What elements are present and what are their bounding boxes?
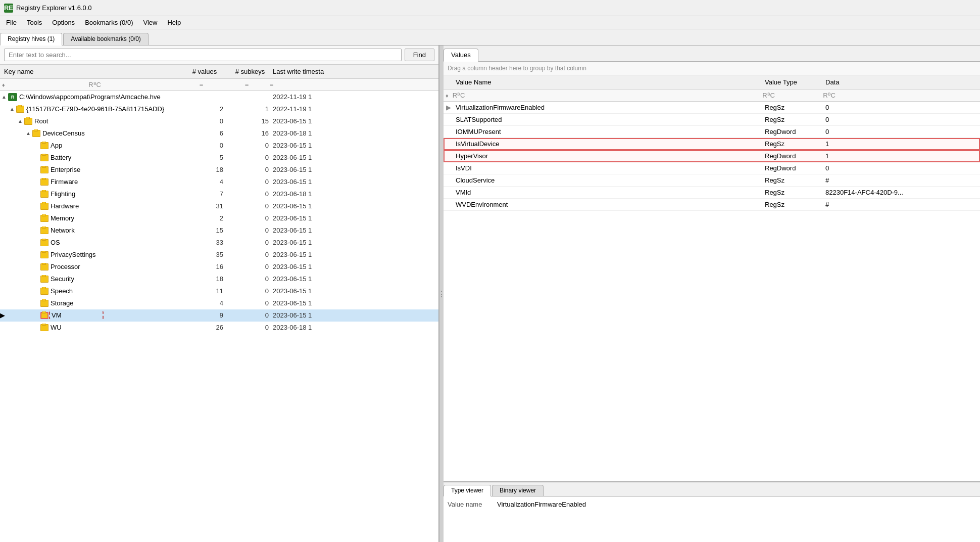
bottom-panel: Type viewer Binary viewer Value name Vir… xyxy=(444,481,980,542)
val-data: 0 xyxy=(825,164,980,172)
menu-view[interactable]: View xyxy=(139,18,162,27)
row-subkeys: 0 xyxy=(227,324,273,331)
app-icon-text: RE xyxy=(4,4,13,12)
row-timestamp: 2022-11-19 1 xyxy=(273,93,438,101)
resize-handle[interactable] xyxy=(439,46,444,542)
menu-options[interactable]: Options xyxy=(48,18,79,27)
tree-row[interactable]: Enterprise 18 0 2023-06-15 1 xyxy=(0,164,438,176)
val-row[interactable]: CloudService RegSz # xyxy=(444,174,980,187)
expand-icon: ▲ xyxy=(8,106,16,112)
col-key-name: Key name xyxy=(0,68,182,75)
menu-bookmarks[interactable]: Bookmarks (0/0) xyxy=(81,18,137,27)
tab-available-bookmarks[interactable]: Available bookmarks (0/0) xyxy=(63,33,149,45)
right-tabs: Values xyxy=(444,46,980,62)
tree-row-vm[interactable]: ▶ VM 9 0 2023-06-15 1 xyxy=(0,309,438,322)
tab-values[interactable]: Values xyxy=(444,49,478,62)
menu-help[interactable]: Help xyxy=(163,18,185,27)
row-timestamp: 2023-06-18 1 xyxy=(273,129,438,137)
tree-row[interactable]: WU 26 0 2023-06-18 1 xyxy=(0,322,438,334)
val-type: RegDword xyxy=(765,128,825,136)
folder-icon xyxy=(32,130,40,137)
folder-icon xyxy=(40,178,48,186)
row-timestamp: 2023-06-15 1 xyxy=(273,142,438,149)
tree-row[interactable]: Flighting 7 0 2023-06-18 1 xyxy=(0,188,438,200)
val-type: RegSz xyxy=(765,116,825,123)
tree-row[interactable]: App 0 0 2023-06-15 1 xyxy=(0,140,438,152)
folder-icon xyxy=(40,263,48,270)
tab-binary-viewer[interactable]: Binary viewer xyxy=(492,485,544,496)
menu-file[interactable]: File xyxy=(2,18,21,27)
tree-row[interactable]: PrivacySettings 35 0 2023-06-15 1 xyxy=(0,249,438,261)
filter-pin-icon: ♦ xyxy=(446,93,449,99)
tab-type-viewer[interactable]: Type viewer xyxy=(444,485,491,496)
expand-icon: ▲ xyxy=(16,118,24,124)
val-type: RegSz xyxy=(765,189,825,196)
tree-row[interactable]: Security 18 0 2023-06-15 1 xyxy=(0,273,438,285)
tree-row[interactable]: Processor 16 0 2023-06-15 1 xyxy=(0,261,438,273)
tree-row[interactable]: ▲ R C:\Windows\appcompat\Programs\Amcach… xyxy=(0,91,438,103)
val-name: WVDEnvironment xyxy=(454,201,765,208)
tree-area[interactable]: ▲ R C:\Windows\appcompat\Programs\Amcach… xyxy=(0,91,438,542)
row-name: Memory xyxy=(51,214,74,222)
row-subkeys: 0 xyxy=(227,227,273,234)
val-name: VMId xyxy=(454,189,765,196)
folder-icon xyxy=(40,142,48,149)
row-subkeys: 0 xyxy=(227,178,273,186)
tree-row[interactable]: Storage 4 0 2023-06-15 1 xyxy=(0,297,438,309)
row-name: Storage xyxy=(51,299,74,307)
val-row[interactable]: WVDEnvironment RegSz # xyxy=(444,199,980,211)
values-rows[interactable]: ▶ VirtualizationFirmwareEnabled RegSz 0 … xyxy=(444,102,980,481)
row-subkeys: 16 xyxy=(227,129,273,137)
folder-icon xyxy=(40,251,48,258)
val-data: 1 xyxy=(825,140,980,148)
row-values: 0 xyxy=(182,117,227,125)
row-name: Root xyxy=(34,117,48,125)
filter-val-data: RᴮC xyxy=(823,92,978,99)
tab-registry-hives[interactable]: Registry hives (1) xyxy=(0,33,62,46)
find-button[interactable]: Find xyxy=(405,49,434,61)
folder-icon xyxy=(24,118,32,125)
val-row-isvirtual[interactable]: IsVirtualDevice RegSz 1 xyxy=(444,138,980,150)
right-panel: Values Drag a column header here to grou… xyxy=(444,46,980,542)
tree-row[interactable]: Speech 11 0 2023-06-15 1 xyxy=(0,285,438,297)
tree-row[interactable]: Battery 5 0 2023-06-15 1 xyxy=(0,152,438,164)
menu-tools[interactable]: Tools xyxy=(23,18,46,27)
tree-row[interactable]: ▲ Root 0 15 2023-06-15 1 xyxy=(0,115,438,127)
row-timestamp: 2023-06-15 1 xyxy=(273,117,438,125)
row-name: Security xyxy=(51,275,74,283)
tree-row[interactable]: Firmware 4 0 2023-06-15 1 xyxy=(0,176,438,188)
main-content: Find Key name # values # subkeys Last wr… xyxy=(0,46,980,542)
tree-row[interactable]: Hardware 31 0 2023-06-15 1 xyxy=(0,200,438,212)
val-name: CloudService xyxy=(454,176,765,184)
tree-row[interactable]: Network 15 0 2023-06-15 1 xyxy=(0,224,438,237)
app-title: Registry Explorer v1.6.0.0 xyxy=(16,4,92,12)
tree-row[interactable]: Memory 2 0 2023-06-15 1 xyxy=(0,212,438,224)
search-input[interactable] xyxy=(4,49,402,61)
tree-row[interactable]: OS 33 0 2023-06-15 1 xyxy=(0,237,438,249)
folder-icon xyxy=(40,166,48,173)
folder-icon xyxy=(40,300,48,307)
val-row[interactable]: SLATSupported RegSz 0 xyxy=(444,114,980,126)
folder-icon xyxy=(16,106,24,113)
val-row[interactable]: ▶ VirtualizationFirmwareEnabled RegSz 0 xyxy=(444,102,980,114)
tree-row[interactable]: ▲ DeviceCensus 6 16 2023-06-18 1 xyxy=(0,127,438,140)
val-data: 0 xyxy=(825,104,980,111)
app-icon: RE xyxy=(4,4,13,13)
row-subkeys: 0 xyxy=(227,154,273,161)
row-values: 7 xyxy=(182,190,227,198)
tree-row[interactable]: ▲ {11517B7C-E79D-4e20-961B-75A811715ADD}… xyxy=(0,103,438,115)
filter-row: ♦ RᴮC = = = xyxy=(0,79,438,91)
val-row[interactable]: IsVDI RegDword 0 xyxy=(444,162,980,174)
row-values: 2 xyxy=(182,105,227,113)
col-values: # values xyxy=(182,68,227,75)
row-subkeys: 0 xyxy=(227,287,273,295)
val-type: RegSz xyxy=(765,140,825,148)
folder-icon xyxy=(40,215,48,222)
row-timestamp: 2023-06-15 1 xyxy=(273,299,438,307)
folder-icon xyxy=(40,203,48,210)
filter-eq2: = xyxy=(179,81,224,88)
row-values: 4 xyxy=(182,178,227,186)
val-row[interactable]: IOMMUPresent RegDword 0 xyxy=(444,126,980,138)
val-row-hypervisor[interactable]: HyperVisor RegDword 1 xyxy=(444,150,980,162)
val-row[interactable]: VMId RegSz 82230F14-AFC4-420D-9... xyxy=(444,187,980,199)
